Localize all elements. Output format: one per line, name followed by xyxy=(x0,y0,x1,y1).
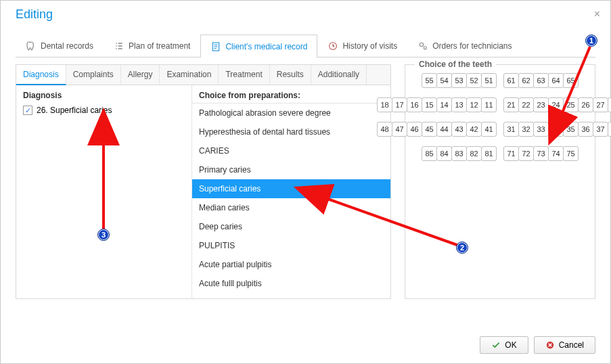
tooth-cell[interactable]: 47 xyxy=(392,122,407,137)
panel-row: Diagnosis Complaints Allergy Examination… xyxy=(16,64,595,299)
tooth-cell[interactable]: 81 xyxy=(481,146,497,161)
close-icon[interactable]: × xyxy=(594,8,600,20)
preparation-item[interactable]: PULPITIS xyxy=(192,236,390,255)
preparation-item[interactable]: Acute fulll pulpitis xyxy=(192,274,390,293)
tooth-cell[interactable]: 22 xyxy=(518,97,534,112)
diagnosis-header: Diagnosis xyxy=(23,91,185,100)
tab-label: Orders for technicians xyxy=(432,41,512,51)
tooth-cell[interactable]: 34 xyxy=(548,122,564,137)
tooth-cell[interactable]: 64 xyxy=(548,73,564,88)
tooth-cell[interactable]: 17 xyxy=(392,97,407,112)
preparation-item[interactable]: CARIES xyxy=(192,141,390,160)
ok-button[interactable]: OK xyxy=(480,336,528,354)
teeth-block: 4847464544434241 xyxy=(377,122,497,137)
tooth-cell[interactable]: 46 xyxy=(407,122,422,137)
subtab-treatment[interactable]: Treatment xyxy=(219,65,269,85)
tooth-cell[interactable]: 43 xyxy=(451,122,467,137)
tooth-cell[interactable]: 65 xyxy=(563,73,579,88)
subtab-diagnosis[interactable]: Diagnosis xyxy=(16,65,66,85)
tooth-cell[interactable]: 23 xyxy=(533,97,549,112)
teeth-block: 2122232425262728 xyxy=(503,97,611,112)
tooth-cell[interactable]: 15 xyxy=(422,97,437,112)
tooth-cell[interactable]: 44 xyxy=(436,122,452,137)
preparation-item[interactable]: Median caries xyxy=(192,198,390,217)
tooth-cell[interactable]: 51 xyxy=(481,73,497,88)
cancel-button[interactable]: Cancel xyxy=(534,336,595,354)
tooth-cell[interactable]: 41 xyxy=(481,122,497,137)
tooth-cell[interactable]: 54 xyxy=(436,73,452,88)
tab-orders-for-technicians[interactable]: Orders for technicians xyxy=(407,35,522,57)
main-tab-strip: Dental records Plan of treatment Client'… xyxy=(16,35,595,58)
sub-tab-strip: Diagnosis Complaints Allergy Examination… xyxy=(16,65,390,85)
tooth-cell[interactable]: 71 xyxy=(503,146,519,161)
subtab-complaints[interactable]: Complaints xyxy=(66,65,121,85)
preparations-list[interactable]: Pathological abrasion severe degreeHyper… xyxy=(192,103,390,298)
tooth-cell[interactable]: 27 xyxy=(593,97,608,112)
subtab-additionally[interactable]: Additionally xyxy=(311,65,367,85)
tab-clients-medical-record[interactable]: Client's medical record xyxy=(200,35,317,58)
tooth-cell[interactable]: 14 xyxy=(436,97,452,112)
tab-plan-of-treatment[interactable]: Plan of treatment xyxy=(104,35,200,57)
tooth-cell[interactable]: 75 xyxy=(563,146,579,161)
tooth-icon xyxy=(26,41,37,51)
gears-icon xyxy=(417,41,428,51)
tab-history-of-visits[interactable]: History of visits xyxy=(317,35,407,57)
tooth-cell[interactable]: 53 xyxy=(451,73,467,88)
tooth-cell[interactable]: 16 xyxy=(407,97,422,112)
tooth-cell[interactable]: 31 xyxy=(503,122,519,137)
cancel-button-label: Cancel xyxy=(559,340,584,350)
tooth-cell[interactable]: 32 xyxy=(518,122,534,137)
tooth-cell[interactable]: 38 xyxy=(608,122,611,137)
tooth-cell[interactable]: 73 xyxy=(533,146,549,161)
tooth-cell[interactable]: 52 xyxy=(466,73,482,88)
diagnosis-panel: Diagnosis Complaints Allergy Examination… xyxy=(16,64,391,299)
tooth-cell[interactable]: 25 xyxy=(563,97,579,112)
tab-label: Dental records xyxy=(41,41,93,51)
tooth-cell[interactable]: 21 xyxy=(503,97,519,112)
tooth-cell[interactable]: 11 xyxy=(481,97,497,112)
tooth-cell[interactable]: 35 xyxy=(563,122,579,137)
tooth-cell[interactable]: 12 xyxy=(466,97,482,112)
tooth-cell[interactable]: 84 xyxy=(436,146,452,161)
preparation-item[interactable]: Hyperesthesia of dental hard tissues xyxy=(192,122,390,141)
preparation-item[interactable]: Primary caries xyxy=(192,160,390,179)
checkbox-icon[interactable] xyxy=(23,106,32,115)
tooth-cell[interactable]: 55 xyxy=(422,73,437,88)
tooth-cell[interactable]: 42 xyxy=(466,122,482,137)
subtab-examination[interactable]: Examination xyxy=(160,65,219,85)
teeth-panel: Choice of the teeth 55545352516162636465… xyxy=(405,64,595,299)
preparation-item[interactable]: Pathological abrasion severe degree xyxy=(192,104,390,122)
preparation-item[interactable]: Deep caries xyxy=(192,217,390,236)
tooth-cell[interactable]: 62 xyxy=(518,73,534,88)
tooth-cell[interactable]: 82 xyxy=(466,146,482,161)
tooth-cell[interactable]: 74 xyxy=(548,146,564,161)
tooth-cell[interactable]: 85 xyxy=(422,146,437,161)
annotation-badge-2: 2 xyxy=(456,242,468,254)
diagnosis-item[interactable]: 26. Superficial caries xyxy=(23,106,185,115)
tab-dental-records[interactable]: Dental records xyxy=(16,35,104,57)
teeth-block: 6162636465 xyxy=(503,73,579,88)
tooth-cell[interactable]: 26 xyxy=(578,97,593,112)
subtab-results[interactable]: Results xyxy=(270,65,311,85)
tooth-cell[interactable]: 33 xyxy=(533,122,549,137)
tooth-cell[interactable]: 18 xyxy=(377,97,392,112)
preparation-item[interactable]: Acute suppurative pulpitis xyxy=(192,293,390,298)
subtab-allergy[interactable]: Allergy xyxy=(121,65,160,85)
history-icon xyxy=(327,41,338,51)
tooth-cell[interactable]: 45 xyxy=(422,122,437,137)
tooth-cell[interactable]: 48 xyxy=(377,122,392,137)
tooth-cell[interactable]: 13 xyxy=(451,97,467,112)
cancel-icon xyxy=(545,340,555,350)
tooth-cell[interactable]: 37 xyxy=(593,122,608,137)
dialog-buttons: OK Cancel xyxy=(480,336,595,354)
tooth-cell[interactable]: 83 xyxy=(451,146,467,161)
tooth-cell[interactable]: 61 xyxy=(503,73,519,88)
tooth-cell[interactable]: 24 xyxy=(548,97,564,112)
preparation-item[interactable]: Acute partial pulpitis xyxy=(192,255,390,274)
tooth-cell[interactable]: 72 xyxy=(518,146,534,161)
tooth-cell[interactable]: 63 xyxy=(533,73,549,88)
tooth-cell[interactable]: 28 xyxy=(608,97,611,112)
tooth-cell[interactable]: 36 xyxy=(578,122,593,137)
preparation-item[interactable]: Superficial caries xyxy=(192,179,390,198)
document-icon xyxy=(210,41,221,52)
